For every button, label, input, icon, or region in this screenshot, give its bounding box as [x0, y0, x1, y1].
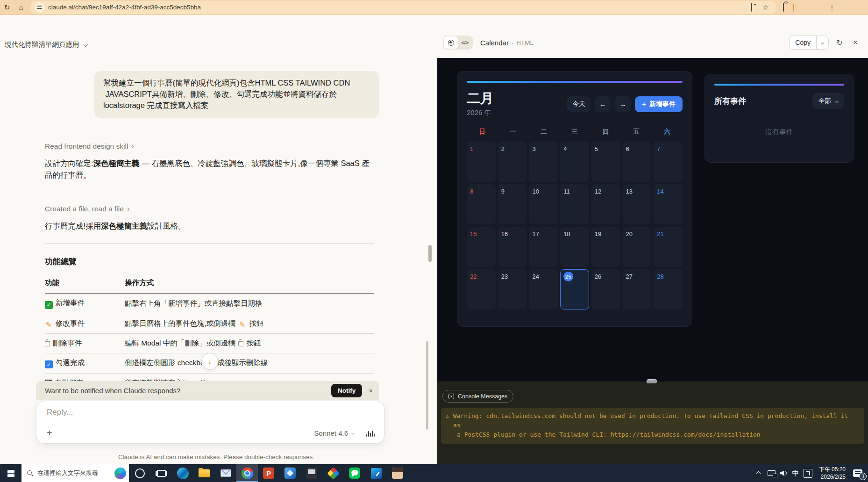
home-icon[interactable]: ⌂ — [14, 3, 28, 11]
panel-resize-handle[interactable] — [428, 245, 432, 262]
taskbar-app-vscode[interactable] — [365, 464, 387, 482]
copy-dropdown[interactable] — [816, 36, 828, 50]
site-info-icon[interactable] — [35, 2, 44, 12]
cortana-button[interactable] — [129, 464, 150, 482]
calendar-day-cell[interactable]: 20 — [623, 227, 652, 267]
calendar-day-cell[interactable]: 24 — [529, 269, 558, 309]
trash-icon — [238, 341, 243, 346]
step-link-read-skill[interactable]: Read frontend design skill › — [45, 142, 374, 151]
calendar-day-cell[interactable]: 23 — [498, 269, 527, 309]
send-to-device-icon[interactable] — [745, 3, 759, 11]
taskbar-search-box[interactable]: 在這裡輸入文字來搜尋 — [21, 464, 129, 482]
browser-menu-icon[interactable]: ⋮ — [825, 3, 839, 12]
preview-tab[interactable] — [444, 36, 458, 49]
calendar-day-cell[interactable]: 3 — [529, 142, 558, 182]
taskbar-app-powerpoint[interactable] — [258, 464, 279, 482]
close-icon[interactable]: × — [369, 387, 373, 395]
chat-scrollbar[interactable] — [426, 341, 428, 430]
taskbar-app-line[interactable] — [344, 464, 365, 482]
scroll-to-bottom-button[interactable]: ↓ — [201, 353, 218, 370]
console-messages-button[interactable]: Console Messages — [442, 390, 513, 403]
preview-code-toggle: </> — [443, 36, 473, 50]
calendar-day-cell-selected[interactable]: 25 — [560, 269, 589, 309]
event-filter-select[interactable]: 全部 — [812, 93, 844, 109]
tray-network[interactable] — [765, 464, 777, 482]
taskbar-app-explorer[interactable] — [193, 464, 215, 482]
notification-center-button[interactable]: 3 — [847, 464, 868, 482]
notify-button[interactable]: Notify — [331, 384, 362, 397]
tray-ime-language[interactable]: 中 — [790, 464, 802, 482]
calendar-day-cell[interactable]: 9 — [498, 184, 527, 224]
calendar-day-cell[interactable]: 26 — [591, 269, 620, 309]
taskbar-app-photos[interactable] — [279, 464, 301, 482]
calendar-day-cell[interactable]: 17 — [529, 227, 558, 267]
model-selector[interactable]: Sonnet 4.6 — [314, 429, 354, 437]
refresh-icon[interactable]: ↻ — [834, 38, 845, 47]
reply-input[interactable]: Reply... — [47, 408, 375, 417]
tray-expand-button[interactable] — [753, 464, 765, 482]
calendar-day-cell[interactable]: 2 — [498, 142, 527, 182]
calendar-day-cell[interactable]: 13 — [623, 184, 652, 224]
prev-month-button[interactable]: ← — [595, 96, 611, 112]
calendar-day-cell[interactable]: 22 — [467, 269, 496, 309]
windows-logo-icon — [7, 470, 14, 477]
calendar-day-cell[interactable]: 14 — [654, 184, 683, 224]
next-month-button[interactable]: → — [615, 96, 631, 112]
calendar-day-cell[interactable]: 11 — [560, 184, 589, 224]
taskbar-app-chrome[interactable] — [236, 464, 258, 482]
check-blue-icon: ✓ — [45, 360, 53, 368]
reload-icon[interactable]: ↻ — [0, 3, 14, 12]
add-event-button[interactable]: + 新增事件 — [635, 96, 683, 112]
taskbar-app-drive[interactable] — [322, 464, 344, 482]
tray-clock[interactable]: 下午 05:20 2026/2/25 — [814, 466, 847, 481]
tray-volume[interactable] — [777, 464, 790, 482]
day-number: 5 — [595, 145, 598, 152]
code-tab[interactable]: </> — [458, 36, 472, 49]
calendar-day-cell[interactable]: 12 — [591, 184, 620, 224]
contact-icon — [392, 468, 403, 479]
close-artifact-icon[interactable]: × — [850, 38, 861, 47]
calendar-day-cell[interactable]: 7 — [654, 142, 683, 182]
calendar-day-cell[interactable]: 16 — [498, 227, 527, 267]
calendar-day-cell[interactable]: 19 — [591, 227, 620, 267]
task-view-button[interactable] — [150, 464, 172, 482]
taskbar-app-mail[interactable] — [215, 464, 236, 482]
day-number: 20 — [626, 230, 633, 237]
voice-input-icon[interactable] — [366, 430, 375, 437]
taskbar-app-contact[interactable] — [387, 464, 408, 482]
events-sidebar-card: 所有事件 全部 沒有事件 — [704, 74, 854, 163]
url-text[interactable]: claude.ai/chat/9ec19aff-42a2-4fbf-ad39-a… — [48, 4, 745, 11]
taskbar-app-edge[interactable] — [172, 464, 193, 482]
calendar-day-cell[interactable]: 1 — [467, 142, 496, 182]
calendar-day-cell[interactable]: 10 — [529, 184, 558, 224]
warning-text-line1: Warning: cdn.tailwindcss.com should not … — [453, 411, 859, 430]
today-button[interactable]: 今天 — [567, 96, 591, 112]
calendar-day-cell[interactable]: 18 — [560, 227, 589, 267]
address-bar[interactable]: claude.ai/chat/9ec19aff-42a2-4fbf-ad39-a… — [30, 1, 776, 14]
copy-button[interactable]: Copy — [789, 36, 829, 50]
system-tray: 中 下午 05:20 2026/2/25 3 — [753, 464, 868, 482]
calendar-day-cell[interactable]: 8 — [467, 184, 496, 224]
day-number: 16 — [501, 230, 508, 237]
extensions-icon[interactable] — [776, 3, 790, 11]
attach-button[interactable]: + — [47, 428, 58, 439]
calendar-day-cell[interactable]: 21 — [654, 227, 683, 267]
calendar-day-cell[interactable]: 6 — [623, 142, 652, 182]
conversation-title[interactable]: 現代化待辦清單網頁應用 — [5, 40, 87, 49]
calendar-day-cell[interactable]: 28 — [654, 269, 683, 309]
calendar-day-cell[interactable]: 4 — [560, 142, 589, 182]
reply-composer[interactable]: Reply... + Sonnet 4.6 — [36, 401, 384, 444]
weekday-label: 二 — [528, 128, 559, 136]
search-highlights-icon — [114, 468, 126, 479]
console-resize-handle[interactable] — [647, 379, 657, 383]
step-link-created-file[interactable]: Created a file, read a file › — [45, 205, 374, 213]
artifact-preview-frame: 二月 2026 年 今天 ← → + 新增事件 日一二三四五六 12345678 — [437, 58, 868, 381]
calendar-day-cell[interactable]: 15 — [467, 227, 496, 267]
user-message-bubble: 幫我建立一個行事曆(簡單的現代化網頁)包含HTML CSS TAILWIND C… — [94, 71, 379, 118]
tray-ime-mode[interactable] — [802, 464, 814, 482]
bookmark-star-icon[interactable]: ☆ — [759, 3, 773, 12]
calendar-day-cell[interactable]: 27 — [623, 269, 652, 309]
calendar-day-cell[interactable]: 5 — [591, 142, 620, 182]
taskbar-app-screenshot[interactable] — [301, 464, 322, 482]
start-button[interactable] — [0, 464, 21, 482]
